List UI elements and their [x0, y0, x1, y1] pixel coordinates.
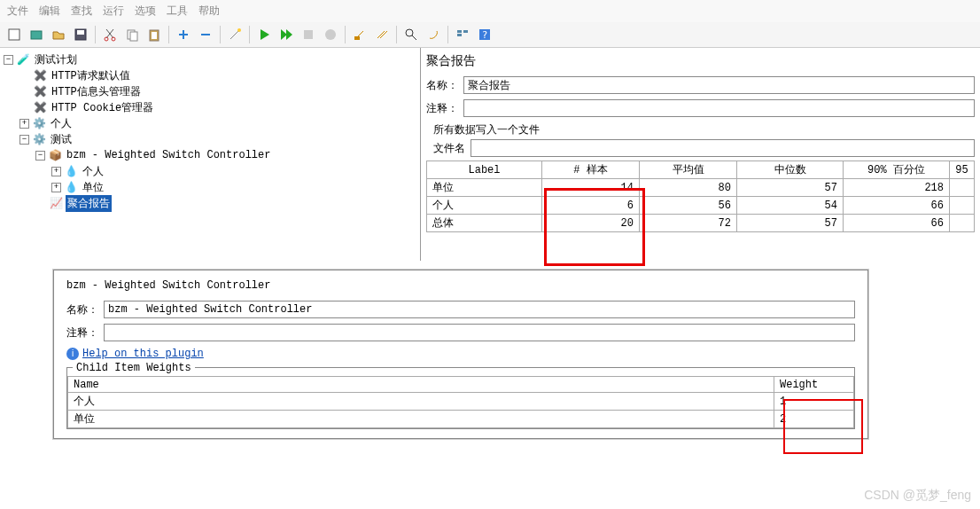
table-row[interactable]: 个人 6 56 54 66: [427, 197, 975, 215]
report-icon: 📈: [49, 196, 63, 210]
ctrl-name-label: 名称：: [66, 302, 98, 317]
svg-rect-0: [9, 29, 19, 40]
reset-search-icon[interactable]: [424, 25, 443, 44]
expander-icon[interactable]: −: [4, 55, 13, 65]
table-row[interactable]: 个人 1: [68, 393, 854, 411]
gear-icon: ⚙️: [32, 132, 46, 146]
svg-rect-9: [152, 32, 157, 39]
expander-icon[interactable]: +: [51, 167, 61, 176]
menu-edit[interactable]: 编辑: [39, 4, 60, 19]
gear-icon: ⚙️: [32, 116, 46, 130]
menu-find[interactable]: 查找: [71, 4, 92, 19]
weights-col-name[interactable]: Name: [68, 377, 774, 393]
functions-icon[interactable]: [453, 25, 472, 44]
menu-help[interactable]: 帮助: [198, 4, 220, 19]
tree-personal[interactable]: 个人: [49, 115, 74, 132]
toolbar: ?: [0, 22, 980, 48]
sampler-icon: 💧: [64, 164, 78, 178]
plus-icon[interactable]: [174, 25, 193, 44]
tree-test[interactable]: 测试: [49, 131, 74, 148]
comment-input[interactable]: [463, 99, 975, 117]
run-no-pause-icon[interactable]: [276, 25, 296, 44]
tree-aggregate[interactable]: 聚合报告: [66, 195, 112, 212]
controller-title: bzm - Weighted Switch Controller: [66, 279, 855, 292]
search-icon[interactable]: [401, 25, 421, 44]
svg-rect-7: [130, 32, 137, 41]
menu-run[interactable]: 运行: [103, 4, 124, 19]
tree-personal2[interactable]: 个人: [81, 163, 105, 180]
write-all-label: 所有数据写入一个文件: [433, 122, 975, 137]
tree-header-mgr[interactable]: HTTP信息头管理器: [50, 83, 143, 100]
col-label[interactable]: Label: [427, 161, 542, 179]
menu-tools[interactable]: 工具: [167, 4, 188, 19]
table-row[interactable]: 单位 14 80 57 218: [427, 179, 975, 197]
svg-rect-3: [77, 30, 84, 35]
table-row[interactable]: 单位 2: [68, 411, 854, 428]
tree-unit[interactable]: 单位: [81, 179, 105, 196]
name-label: 名称：: [426, 78, 458, 93]
run-icon[interactable]: [254, 25, 274, 44]
svg-point-10: [237, 28, 241, 32]
report-title: 聚合报告: [426, 53, 975, 69]
sampler-icon: 💧: [64, 180, 78, 194]
col-median[interactable]: 中位数: [737, 161, 844, 179]
flask-icon: 🧪: [16, 52, 30, 67]
expander-icon[interactable]: −: [35, 151, 45, 161]
expander-icon[interactable]: +: [51, 183, 61, 192]
svg-rect-13: [354, 36, 360, 40]
expander-icon[interactable]: −: [19, 135, 29, 145]
menu-options[interactable]: 选项: [135, 4, 156, 19]
svg-rect-1: [31, 31, 42, 39]
col-p95[interactable]: 95: [950, 161, 975, 179]
col-avg[interactable]: 平均值: [640, 161, 737, 179]
tree-root[interactable]: 测试计划: [33, 51, 79, 68]
stop-icon[interactable]: [299, 25, 318, 44]
help-link[interactable]: Help on this plugin: [82, 348, 204, 360]
clear-all-icon[interactable]: [372, 25, 392, 44]
wrench-icon: ✖️: [33, 84, 47, 98]
menu-bar: 文件 编辑 查找 运行 选项 工具 帮助: [0, 0, 980, 22]
controller-icon: 📦: [48, 148, 62, 162]
save-icon[interactable]: [71, 25, 90, 44]
table-row[interactable]: 总体 20 72 57 66: [427, 215, 975, 232]
name-input[interactable]: [463, 76, 975, 94]
weights-title: Child Item Weights: [73, 362, 195, 374]
wrench-icon: ✖️: [33, 100, 47, 114]
svg-rect-16: [457, 34, 462, 36]
watermark: CSDN @觅梦_feng: [864, 488, 971, 504]
svg-text:?: ?: [482, 29, 488, 41]
tree-cookie-mgr[interactable]: HTTP Cookie管理器: [50, 99, 155, 116]
weights-col-weight[interactable]: Weight: [774, 377, 854, 393]
templates-icon[interactable]: [27, 25, 46, 44]
minus-icon[interactable]: [196, 25, 215, 44]
copy-icon[interactable]: [122, 25, 142, 44]
svg-point-12: [325, 29, 336, 40]
svg-point-14: [406, 29, 413, 36]
help-icon[interactable]: ?: [475, 25, 494, 44]
aggregate-table: Label # 样本 平均值 中位数 90% 百分位 95 单位 14 80 5…: [426, 161, 975, 232]
tree-http-defaults[interactable]: HTTP请求默认值: [50, 67, 132, 84]
comment-label: 注释：: [426, 101, 458, 116]
open-icon[interactable]: [49, 25, 68, 44]
shutdown-icon[interactable]: [321, 25, 340, 44]
tree-panel[interactable]: −🧪测试计划 ✖️HTTP请求默认值 ✖️HTTP信息头管理器 ✖️HTTP C…: [0, 48, 421, 261]
cut-icon[interactable]: [100, 25, 120, 44]
ctrl-comment-input[interactable]: [104, 324, 855, 341]
weights-table: Name Weight 个人 1 单位 2: [67, 376, 854, 428]
expander-icon[interactable]: +: [19, 119, 29, 129]
paste-icon[interactable]: [144, 25, 164, 44]
ctrl-name-input[interactable]: [104, 301, 855, 318]
col-p90[interactable]: 90% 百分位: [844, 161, 950, 179]
tree-bzm[interactable]: bzm - Weighted Switch Controller: [65, 148, 272, 162]
menu-file[interactable]: 文件: [7, 4, 28, 19]
col-samples[interactable]: # 样本: [542, 161, 640, 179]
new-icon[interactable]: [4, 25, 24, 44]
wand-icon[interactable]: [225, 25, 245, 44]
wrench-icon: ✖️: [33, 68, 47, 82]
svg-rect-15: [457, 30, 462, 33]
clear-icon[interactable]: [350, 25, 369, 44]
svg-rect-11: [304, 30, 313, 39]
svg-rect-17: [463, 30, 468, 33]
report-panel: 聚合报告 名称： 注释： 所有数据写入一个文件 文件名 Label # 样本 平…: [421, 48, 980, 261]
file-input[interactable]: [471, 139, 975, 157]
